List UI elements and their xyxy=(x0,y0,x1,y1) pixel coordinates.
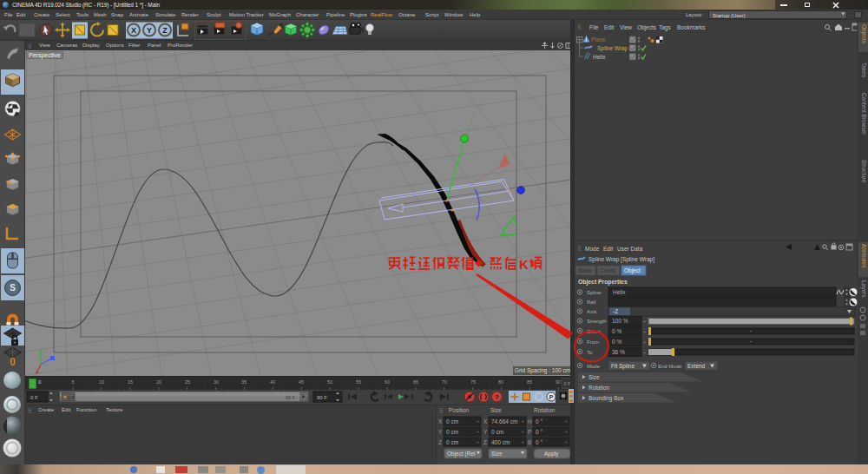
svg-text:Layers: Layers xyxy=(860,280,867,298)
svg-text:Spline: Spline xyxy=(587,290,602,295)
svg-text:÷: ÷ xyxy=(565,418,568,424)
svg-text:÷: ÷ xyxy=(477,418,479,424)
svg-text:Objects: Objects xyxy=(860,24,867,44)
svg-text:Mode: Mode xyxy=(587,364,601,369)
svg-text:Size: Size xyxy=(491,451,503,457)
svg-text:Z: Z xyxy=(438,439,442,445)
svg-text:⣿: ⣿ xyxy=(577,24,581,30)
svg-text:0 %: 0 % xyxy=(612,339,621,345)
svg-text:(): () xyxy=(10,357,16,365)
svg-text:÷: ÷ xyxy=(477,429,479,434)
svg-text:Apply: Apply xyxy=(544,451,559,458)
svg-text:View: View xyxy=(620,24,632,30)
svg-text:End Mode: End Mode xyxy=(658,364,682,369)
svg-text:Object (Rel: Object (Rel xyxy=(447,451,476,458)
svg-text:Size: Size xyxy=(589,374,600,380)
svg-text:Attributes: Attributes xyxy=(861,244,867,268)
svg-text:Object Properties: Object Properties xyxy=(578,279,628,286)
svg-text:Axis: Axis xyxy=(587,309,596,314)
svg-text:Edit: Edit xyxy=(604,24,614,30)
svg-text:Fit Spline: Fit Spline xyxy=(611,363,635,370)
svg-text:To: To xyxy=(587,350,593,355)
svg-text:Edit: Edit xyxy=(603,246,613,252)
svg-text:⣿: ⣿ xyxy=(577,246,581,251)
svg-text:Bounding Box: Bounding Box xyxy=(589,395,624,402)
svg-text:P: P xyxy=(528,429,531,435)
svg-text:÷: ÷ xyxy=(522,439,524,444)
svg-text:Helix: Helix xyxy=(593,54,606,60)
svg-text:0 °: 0 ° xyxy=(536,429,542,435)
svg-text:S: S xyxy=(10,283,16,293)
svg-text:36 %: 36 % xyxy=(612,349,625,355)
svg-text:Mode: Mode xyxy=(585,246,600,252)
svg-text:÷: ÷ xyxy=(643,329,646,334)
svg-text:÷: ÷ xyxy=(477,439,479,444)
svg-text:0 cm: 0 cm xyxy=(446,429,458,435)
svg-text:÷: ÷ xyxy=(522,418,524,424)
svg-text:-Z: -Z xyxy=(613,308,618,314)
svg-text:90 F: 90 F xyxy=(317,395,327,400)
svg-text:÷: ÷ xyxy=(643,350,646,355)
svg-text:0 cm: 0 cm xyxy=(446,418,458,425)
svg-text:From: From xyxy=(587,339,599,345)
svg-text:Tags: Tags xyxy=(659,24,671,31)
svg-text:User Data: User Data xyxy=(617,246,643,252)
svg-text:H: H xyxy=(528,418,532,425)
svg-text:Plane: Plane xyxy=(591,36,606,43)
svg-text:Basic: Basic xyxy=(578,267,593,273)
svg-text:Takes: Takes xyxy=(861,63,867,78)
svg-text:B: B xyxy=(528,439,531,445)
svg-text:0 F: 0 F xyxy=(68,395,76,400)
svg-text:Strength: Strength xyxy=(587,319,607,324)
svg-text:Structure: Structure xyxy=(861,160,867,183)
svg-text:Spline Wrap [Spline Wrap]: Spline Wrap [Spline Wrap] xyxy=(589,256,654,263)
svg-text:Objects: Objects xyxy=(637,24,657,31)
svg-text:0 °: 0 ° xyxy=(536,418,542,425)
svg-text:?: ? xyxy=(495,393,499,401)
svg-text:÷: ÷ xyxy=(565,429,568,434)
svg-text:Rail: Rail xyxy=(587,300,595,305)
svg-text:÷: ÷ xyxy=(643,339,646,345)
svg-text:74.664 cm: 74.664 cm xyxy=(491,418,517,425)
svg-text:Offset: Offset xyxy=(587,329,601,334)
svg-text:0 %: 0 % xyxy=(612,328,621,334)
svg-text:Y: Y xyxy=(483,429,488,435)
svg-text:100 %: 100 % xyxy=(612,318,628,324)
svg-text:Bookmarks: Bookmarks xyxy=(677,24,706,30)
svg-text:Y: Y xyxy=(438,429,443,435)
svg-text:0 F: 0 F xyxy=(30,395,38,400)
svg-text:Rotation: Rotation xyxy=(589,385,610,391)
svg-text:90 F: 90 F xyxy=(286,395,296,400)
svg-text:0 cm: 0 cm xyxy=(491,429,503,435)
svg-text:400 cm: 400 cm xyxy=(491,439,510,445)
svg-text:X: X xyxy=(131,26,136,35)
svg-text:P: P xyxy=(549,393,553,401)
svg-text:÷: ÷ xyxy=(522,429,524,434)
svg-text:Content Browser: Content Browser xyxy=(861,93,867,135)
svg-text:File: File xyxy=(589,24,599,30)
svg-text:÷: ÷ xyxy=(565,439,568,444)
svg-text:0 cm: 0 cm xyxy=(446,439,458,445)
svg-text:Object: Object xyxy=(624,267,641,274)
svg-text:÷: ÷ xyxy=(643,319,646,324)
svg-text:Z: Z xyxy=(483,439,487,445)
svg-text:Spline Wrap: Spline Wrap xyxy=(597,45,628,52)
svg-text:Y: Y xyxy=(147,26,152,35)
svg-text:Extend: Extend xyxy=(687,363,706,369)
svg-text:X: X xyxy=(438,418,443,425)
svg-text:X: X xyxy=(483,418,488,425)
svg-text:Coord.: Coord. xyxy=(600,267,617,273)
svg-text:0 °: 0 ° xyxy=(536,439,542,445)
svg-text:Helix: Helix xyxy=(613,289,626,295)
svg-text:Z: Z xyxy=(162,26,168,35)
